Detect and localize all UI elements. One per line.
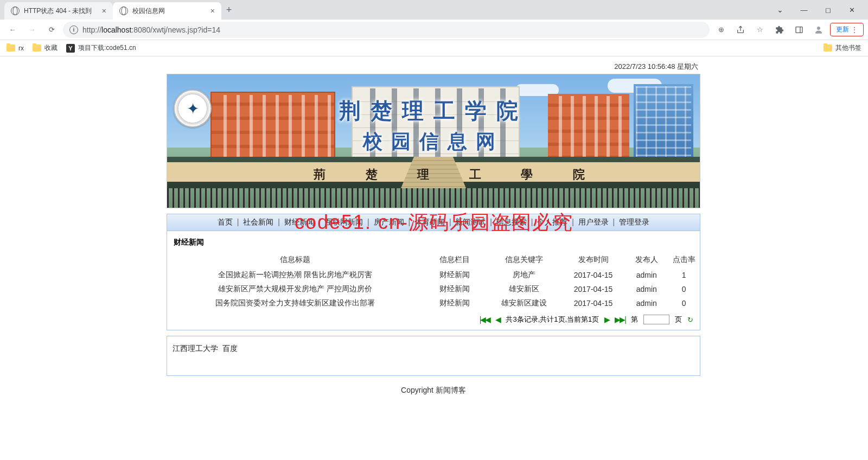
column-header: 信息标题 <box>167 252 423 268</box>
close-icon[interactable]: × <box>210 7 215 15</box>
extensions-icon[interactable] <box>771 22 788 38</box>
banner-wall-text: 荊 楚 理 工 學 院 <box>314 165 618 184</box>
bookmark-item[interactable]: rx <box>7 44 24 52</box>
table-cell: 雄安新区严禁大规模开发房地产 严控周边房价 <box>167 282 423 296</box>
news-table: 信息标题信息栏目信息关键字发布时间发布人点击率 全国掀起新一轮调控热潮 限售比房… <box>167 252 700 310</box>
table-cell: 1 <box>668 268 700 282</box>
star-icon[interactable]: ☆ <box>752 22 768 38</box>
pager-ye: 页 <box>675 315 682 324</box>
tab-title: HTTP状态 404 - 未找到 <box>24 7 92 16</box>
news-section: 财经新闻 信息标题信息栏目信息关键字发布时间发布人点击率 全国掀起新一轮调控热潮… <box>167 231 700 330</box>
chevron-down-icon[interactable]: ⌄ <box>768 1 792 18</box>
bookmark-label: rx <box>18 44 24 52</box>
table-cell: admin <box>626 282 668 296</box>
bookmark-label: 项目下载:code51.cn <box>78 43 136 53</box>
nav-separator: | <box>273 218 284 226</box>
toolbar: ← → ⟳ i http://localhost:8080/xwtj/news.… <box>0 20 868 40</box>
nav-link[interactable]: 信息搜索 <box>496 218 527 226</box>
nav-link[interactable]: 体育新闻 <box>414 218 445 226</box>
folder-icon <box>824 44 832 52</box>
globe-icon <box>119 7 128 15</box>
table-cell: admin <box>626 268 668 282</box>
table-cell: 2017-04-15 <box>561 296 626 310</box>
new-tab-button[interactable]: + <box>221 2 237 17</box>
nav-link[interactable]: 社会新闻 <box>243 218 273 226</box>
tab-strip: HTTP状态 404 - 未找到 × 校园信息网 × + ⌄ — ◻ ✕ <box>0 0 868 20</box>
table-row[interactable]: 全国掀起新一轮调控热潮 限售比房地产税厉害财经新闻房地产2017-04-15ad… <box>167 268 700 282</box>
other-bookmarks[interactable]: 其他书签 <box>824 43 861 53</box>
footer: Copyright 新闻博客 <box>167 376 700 405</box>
nav-separator: | <box>609 218 619 226</box>
table-cell: 房地产 <box>487 268 561 282</box>
section-title: 财经新闻 <box>167 238 700 252</box>
info-icon[interactable]: i <box>69 25 78 34</box>
bookmarks-bar: rx 收藏 Y项目下载:code51.cn 其他书签 <box>0 40 868 56</box>
column-header: 信息栏目 <box>423 252 487 268</box>
nav-separator: | <box>567 218 578 226</box>
last-page-icon[interactable]: ▶▶| <box>615 315 626 324</box>
svg-point-2 <box>817 27 820 30</box>
address-bar[interactable]: i http://localhost:8080/xwtj/news.jsp?id… <box>63 22 710 38</box>
bookmark-label: 收藏 <box>44 43 58 53</box>
bookmark-item[interactable]: 收藏 <box>33 43 58 53</box>
nav-menu: 首页 | 社会新闻 | 财经新闻 | 互联网新闻 | 房产新闻 | 体育新闻 |… <box>167 214 700 231</box>
nav-separator: | <box>315 218 325 226</box>
go-page-icon[interactable]: ↻ <box>687 316 693 324</box>
nav-link[interactable]: 管理登录 <box>619 218 649 226</box>
bookmark-item[interactable]: Y项目下载:code51.cn <box>66 43 136 53</box>
pager: |◀◀ ◀ 共3条记录,共计1页,当前第1页 ▶ ▶▶| 第 页 ↻ <box>167 310 700 324</box>
zoom-icon[interactable]: ⊕ <box>713 22 729 38</box>
globe-icon <box>11 7 20 15</box>
reload-button[interactable]: ⟳ <box>43 22 60 38</box>
nav-link[interactable]: 首页 <box>218 218 233 226</box>
table-cell: 雄安新区 <box>487 282 561 296</box>
tab-active[interactable]: 校园信息网 × <box>113 2 221 20</box>
minimize-icon[interactable]: — <box>792 1 816 18</box>
back-button[interactable]: ← <box>4 22 21 38</box>
nav-link[interactable]: 房产新闻 <box>374 218 404 226</box>
close-icon[interactable]: × <box>102 7 106 15</box>
table-cell: 2017-04-15 <box>561 282 626 296</box>
page-number-input[interactable] <box>643 315 669 324</box>
friend-links: 江西理工大学百度 <box>167 336 700 376</box>
column-header: 发布人 <box>626 252 668 268</box>
nav-link[interactable]: 互联网新闻 <box>325 218 363 226</box>
nav-link[interactable]: 用户登录 <box>578 218 609 226</box>
nav-separator: | <box>527 218 537 226</box>
tab-inactive[interactable]: HTTP状态 404 - 未找到 × <box>4 2 113 20</box>
next-page-icon[interactable]: ▶ <box>604 315 609 324</box>
prev-page-icon[interactable]: ◀ <box>495 315 500 324</box>
column-header: 点击率 <box>668 252 700 268</box>
tab-title: 校园信息网 <box>132 7 165 16</box>
page-content: 2022/7/23 10:56:48 星期六 ✦ 荊 楚 理 工 學 院 荆楚理… <box>0 56 868 405</box>
share-icon[interactable] <box>732 22 749 38</box>
nav-separator: | <box>445 218 455 226</box>
y-icon: Y <box>66 44 75 53</box>
nav-link[interactable]: 个人推荐 <box>537 218 567 226</box>
table-cell: 财经新闻 <box>423 268 487 282</box>
table-cell: 全国掀起新一轮调控热潮 限售比房地产税厉害 <box>167 268 423 282</box>
nav-link[interactable]: 财经新闻 <box>284 218 315 226</box>
table-row[interactable]: 国务院国资委对全力支持雄安新区建设作出部署财经新闻雄安新区建设2017-04-1… <box>167 296 700 310</box>
friend-link[interactable]: 江西理工大学 <box>173 344 218 353</box>
table-cell: 雄安新区建设 <box>487 296 561 310</box>
maximize-icon[interactable]: ◻ <box>816 1 840 18</box>
table-cell: admin <box>626 296 668 310</box>
pager-di: 第 <box>631 315 638 324</box>
side-panel-icon[interactable] <box>791 22 807 38</box>
banner: ✦ 荊 楚 理 工 學 院 荆楚理工学院 校园信息网 <box>167 74 700 208</box>
forward-button[interactable]: → <box>24 22 40 38</box>
table-row[interactable]: 雄安新区严禁大规模开发房地产 严控周边房价财经新闻雄安新区2017-04-15a… <box>167 282 700 296</box>
datetime-bar: 2022/7/23 10:56:48 星期六 <box>167 60 701 74</box>
friend-link[interactable]: 百度 <box>222 344 238 353</box>
banner-title-main: 荆楚理工学院 <box>167 96 700 126</box>
nav-link[interactable]: 新闻测试 <box>455 218 486 226</box>
nav-separator: | <box>486 218 496 226</box>
column-header: 发布时间 <box>561 252 626 268</box>
svg-rect-0 <box>796 27 802 33</box>
update-button[interactable]: 更新 ⋮ <box>830 23 864 36</box>
table-cell: 财经新闻 <box>423 282 487 296</box>
close-window-icon[interactable]: ✕ <box>840 1 864 18</box>
first-page-icon[interactable]: |◀◀ <box>480 315 490 324</box>
profile-icon[interactable] <box>810 22 827 38</box>
